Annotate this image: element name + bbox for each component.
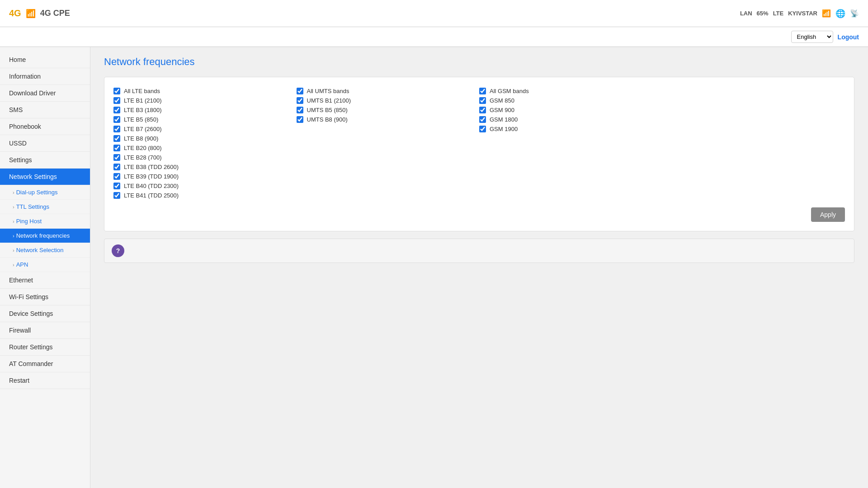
help-panel: ? [104,239,854,263]
sidebar-item-firewall[interactable]: Firewall [0,322,90,339]
checkbox-lte-b3[interactable] [113,107,120,113]
checkbox-gsm-900[interactable] [479,107,486,113]
band-umts-b5: UMTS B5 (850) [297,105,480,115]
checkbox-all-umts[interactable] [297,88,303,94]
band-lte-b38: LTE B38 (TDD 2600) [113,162,297,172]
sidebar-item-restart[interactable]: Restart [0,372,90,389]
chevron-icon: › [13,248,14,253]
ping-label: Ping Host [16,218,42,225]
label-lte-b8: LTE B8 (900) [124,135,158,142]
sidebar-subitem-apn[interactable]: › APN [0,258,90,272]
chevron-icon: › [13,233,14,239]
chevron-icon: › [13,219,14,224]
label-lte-b5: LTE B5 (850) [124,116,158,123]
chevron-icon: › [13,190,14,195]
language-select[interactable]: English Ukrainian [791,31,833,43]
signal-bars-icon: 📶 [822,9,831,18]
header: 4G 📶 4G CPE LAN 65% LTE KYIVSTAR 📶 🌐 📡 [0,0,868,27]
checkbox-lte-b8[interactable] [113,135,120,142]
checkbox-all-lte[interactable] [113,88,120,94]
chevron-icon: › [13,262,14,267]
band-lte-b41: LTE B41 (TDD 2500) [113,191,297,200]
sidebar-subitem-dialup[interactable]: › Dial-up Settings [0,185,90,200]
label-gsm-900: GSM 900 [490,107,514,113]
header-right: LAN 65% LTE KYIVSTAR 📶 🌐 📡 [740,9,859,19]
status-bar: LAN 65% LTE KYIVSTAR 📶 🌐 📡 [740,9,859,19]
sidebar-item-ethernet[interactable]: Ethernet [0,272,90,289]
checkbox-lte-b20[interactable] [113,145,120,151]
checkbox-gsm-1900[interactable] [479,126,486,132]
band-lte-b3: LTE B3 (1800) [113,105,297,115]
sidebar-item-network-settings[interactable]: Network Settings [0,169,90,185]
sidebar-item-router-settings[interactable]: Router Settings [0,339,90,356]
label-umts-b1: UMTS B1 (2100) [307,97,351,104]
checkbox-gsm-1800[interactable] [479,116,486,123]
label-lte-b7: LTE B7 (2600) [124,126,162,132]
band-lte-b5: LTE B5 (850) [113,115,297,124]
label-lte-b40: LTE B40 (TDD 2300) [124,183,179,189]
sidebar: Home Information Download Driver SMS Pho… [0,47,90,488]
sidebar-item-settings[interactable]: Settings [0,152,90,169]
checkbox-lte-b7[interactable] [113,126,120,132]
checkbox-lte-b5[interactable] [113,116,120,123]
globe-arrows-icon: 🌐 [835,9,845,19]
sidebar-subitem-network-freq[interactable]: › Network frequencies [0,229,90,243]
lte-column: All LTE bands LTE B1 (2100) LTE B3 (1800… [113,86,297,200]
dialup-label: Dial-up Settings [16,189,58,196]
network-type: LTE [773,10,784,17]
apply-button[interactable]: Apply [811,207,845,222]
ttl-label: TTL Settings [16,203,49,210]
checkbox-lte-b40[interactable] [113,183,120,189]
sidebar-item-download-driver[interactable]: Download Driver [0,85,90,102]
band-umts-b1: UMTS B1 (2100) [297,96,480,105]
sidebar-item-sms[interactable]: SMS [0,102,90,118]
sidebar-item-device-settings[interactable]: Device Settings [0,305,90,322]
checkbox-all-gsm[interactable] [479,88,486,94]
logo-area: 4G 📶 4G CPE [9,8,70,19]
band-gsm-850: GSM 850 [479,96,662,105]
checkbox-umts-b1[interactable] [297,97,303,104]
checkbox-lte-b28[interactable] [113,154,120,161]
checkbox-umts-b8[interactable] [297,116,303,123]
chevron-icon: › [13,204,14,210]
checkbox-gsm-850[interactable] [479,97,486,104]
lan-status: LAN [740,10,752,17]
antenna-icon: 📡 [850,9,859,18]
band-umts-b8: UMTS B8 (900) [297,115,480,124]
label-lte-b41: LTE B41 (TDD 2500) [124,192,179,199]
sidebar-item-wifi-settings[interactable]: Wi-Fi Settings [0,289,90,305]
checkbox-umts-b5[interactable] [297,107,303,113]
label-gsm-850: GSM 850 [490,97,514,104]
band-lte-b20: LTE B20 (800) [113,143,297,153]
help-icon[interactable]: ? [112,244,124,257]
sidebar-item-home[interactable]: Home [0,52,90,68]
logout-button[interactable]: Logout [838,33,859,41]
label-lte-b38: LTE B38 (TDD 2600) [124,164,179,170]
checkbox-lte-b39[interactable] [113,173,120,180]
sidebar-item-phonebook[interactable]: Phonebook [0,118,90,135]
logo-4g: 4G [9,8,21,19]
sidebar-item-at-commander[interactable]: AT Commander [0,356,90,372]
checkbox-lte-b41[interactable] [113,192,120,199]
band-gsm-1800: GSM 1800 [479,115,662,124]
freq-columns: All LTE bands LTE B1 (2100) LTE B3 (1800… [113,86,845,200]
sidebar-subitem-ttl[interactable]: › TTL Settings [0,200,90,214]
band-gsm-900: GSM 900 [479,105,662,115]
checkbox-lte-b1[interactable] [113,97,120,104]
label-lte-b1: LTE B1 (2100) [124,97,162,104]
section-title: Network frequencies [104,56,854,68]
network-selection-label: Network Selection [16,247,64,253]
band-all-gsm: All GSM bands [479,86,662,96]
sidebar-item-ussd[interactable]: USSD [0,135,90,152]
band-lte-b39: LTE B39 (TDD 1900) [113,172,297,181]
sidebar-subitem-network-selection[interactable]: › Network Selection [0,243,90,258]
label-all-lte: All LTE bands [124,88,160,94]
checkbox-lte-b38[interactable] [113,164,120,170]
content-area: Network frequencies All LTE bands LTE B1… [90,47,868,488]
band-lte-b40: LTE B40 (TDD 2300) [113,181,297,191]
sidebar-item-information[interactable]: Information [0,68,90,85]
app-title: 4G CPE [40,9,70,18]
main-layout: Home Information Download Driver SMS Pho… [0,47,868,488]
label-lte-b39: LTE B39 (TDD 1900) [124,173,179,180]
sidebar-subitem-ping[interactable]: › Ping Host [0,214,90,229]
